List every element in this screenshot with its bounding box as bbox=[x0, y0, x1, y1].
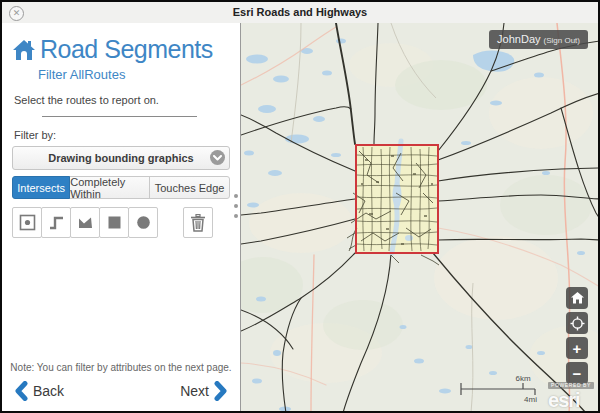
scale-km-label: 6km bbox=[515, 374, 530, 383]
filter-panel: Road Segments Filter AllRoutes Select th… bbox=[2, 23, 241, 411]
draw-circle-button[interactable] bbox=[128, 207, 158, 238]
panel-description: Select the routes to report on. bbox=[14, 94, 240, 106]
map-controls: + − bbox=[566, 287, 588, 384]
user-button[interactable]: JohnDay(Sign Out) bbox=[489, 30, 588, 49]
draw-tools bbox=[12, 207, 240, 238]
trash-icon bbox=[190, 214, 206, 232]
chevron-right-icon bbox=[214, 381, 228, 401]
panel-header: Road Segments bbox=[12, 35, 240, 64]
chevron-left-icon bbox=[14, 381, 28, 401]
locate-button[interactable] bbox=[566, 312, 588, 334]
tab-intersects[interactable]: Intersects bbox=[12, 176, 70, 199]
dropdown-value: Drawing bounding graphics bbox=[48, 152, 193, 164]
sign-out-link[interactable]: (Sign Out) bbox=[544, 36, 580, 45]
next-button[interactable]: Next bbox=[175, 381, 228, 401]
app-window: ✕ Esri Roads and Highways Road Segments … bbox=[0, 0, 600, 413]
scale-mi-label: 4mi bbox=[524, 395, 537, 403]
spatial-relation-tabs: Intersects Completely Within Touches Edg… bbox=[12, 176, 230, 199]
divider bbox=[42, 116, 197, 117]
esri-logo: POWERED BY esri bbox=[548, 374, 594, 410]
rectangle-icon bbox=[106, 214, 123, 231]
back-label: Back bbox=[33, 383, 64, 399]
panel-resize-handle[interactable] bbox=[232, 194, 240, 224]
title-bar: ✕ Esri Roads and Highways bbox=[2, 2, 598, 24]
esri-brand: esri bbox=[548, 389, 580, 411]
user-name: JohnDay bbox=[497, 33, 540, 45]
next-label: Next bbox=[180, 383, 209, 399]
home-button[interactable] bbox=[566, 287, 588, 309]
basemap bbox=[241, 23, 598, 411]
home-icon bbox=[571, 292, 584, 304]
window-title: Esri Roads and Highways bbox=[2, 6, 598, 18]
polyline-icon bbox=[48, 214, 65, 231]
polygon-icon bbox=[77, 214, 94, 231]
crosshair-icon bbox=[570, 316, 585, 331]
point-icon bbox=[19, 214, 36, 231]
note-text: Note: You can filter by attributes on th… bbox=[2, 362, 240, 373]
zoom-in-button[interactable]: + bbox=[566, 337, 588, 359]
nav-row: Back Next bbox=[14, 381, 228, 401]
house-icon bbox=[12, 39, 36, 61]
tab-touches-edge[interactable]: Touches Edge bbox=[149, 176, 230, 199]
filter-allroutes-link[interactable]: Filter AllRoutes bbox=[38, 67, 240, 82]
tab-completely-within[interactable]: Completely Within bbox=[69, 176, 150, 199]
map-canvas[interactable]: JohnDay(Sign Out) + − bbox=[241, 23, 598, 411]
scale-bar: 6km 4mi bbox=[459, 373, 541, 403]
draw-point-button[interactable] bbox=[12, 207, 42, 238]
page-title: Road Segments bbox=[40, 35, 213, 64]
chevron-down-icon[interactable] bbox=[210, 150, 225, 165]
delete-graphics-button[interactable] bbox=[183, 207, 213, 238]
draw-polyline-button[interactable] bbox=[41, 207, 71, 238]
draw-polygon-button[interactable] bbox=[70, 207, 100, 238]
filter-mode-dropdown[interactable]: Drawing bounding graphics bbox=[12, 146, 230, 170]
filter-by-label: Filter by: bbox=[14, 129, 240, 141]
back-button[interactable]: Back bbox=[14, 381, 69, 401]
draw-rectangle-button[interactable] bbox=[99, 207, 129, 238]
circle-icon bbox=[135, 214, 152, 231]
powered-by-label: POWERED BY bbox=[548, 382, 594, 389]
